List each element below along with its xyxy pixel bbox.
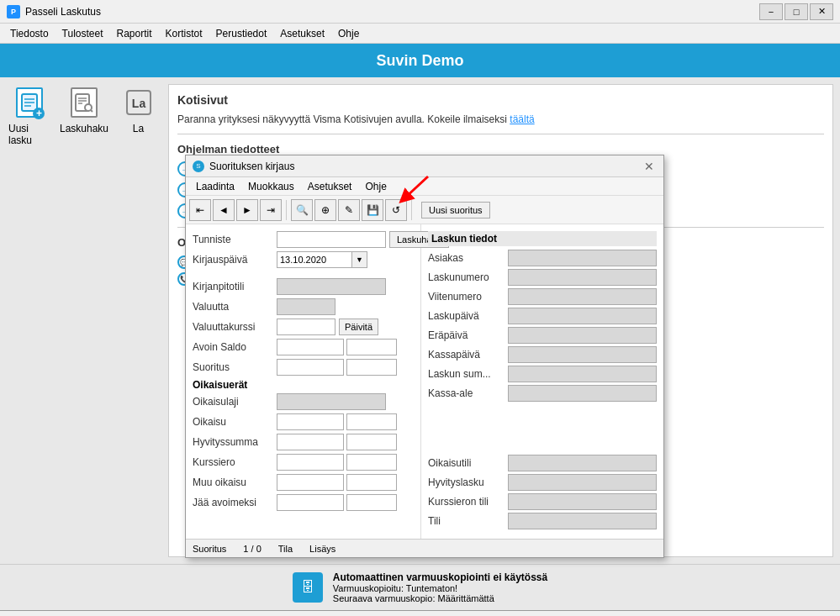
oikaisutili-row: Oikaisutili xyxy=(428,455,657,471)
search-invoice-button[interactable]: Laskuhaku xyxy=(60,86,108,146)
calendar-button[interactable]: ▼ xyxy=(352,251,367,268)
laskun-sum-label: Laskun sum... xyxy=(428,368,508,380)
menu-raportit[interactable]: Raportit xyxy=(110,24,159,44)
laskunumero-input[interactable] xyxy=(508,269,657,286)
dialog-menu-ohje[interactable]: Ohje xyxy=(358,180,393,193)
la-button[interactable]: La La xyxy=(117,86,160,146)
bottom-status-bar: Testimoodi: Kaikki | © 2020 Visma 32655 … xyxy=(0,610,840,616)
laskunumero-row: Laskunumero xyxy=(428,269,657,286)
muu-oikaisu-input-2[interactable] xyxy=(346,474,397,491)
kassapaiva-input[interactable] xyxy=(508,346,657,363)
toolbar-first-button[interactable]: ⇤ xyxy=(189,199,211,221)
toolbar-save-button[interactable]: 💾 xyxy=(362,199,383,221)
suoritus-form-label: Suoritus xyxy=(193,361,277,373)
ohjelman-tiedotteet-title: Ohjelman tiedotteet xyxy=(177,143,824,155)
valuuttakurssi-label: Valuuttakurssi xyxy=(193,321,277,333)
maximize-button[interactable]: □ xyxy=(785,3,808,20)
left-sidebar: + Uusi lasku Laskuhaku La La xyxy=(0,77,168,564)
new-invoice-button[interactable]: + Uusi lasku xyxy=(8,86,51,146)
oikaisutili-input[interactable] xyxy=(508,455,657,471)
hyvityssumma-input-2[interactable] xyxy=(346,434,397,450)
menu-asetukset[interactable]: Asetukset xyxy=(273,24,331,44)
avoin-saldo-label: Avoin Saldo xyxy=(193,341,277,353)
next-icon: ► xyxy=(242,204,252,216)
status-suoritus-value: 1 / 0 xyxy=(243,544,261,554)
asiakas-label: Asiakas xyxy=(428,252,508,264)
toolbar-edit-button[interactable]: ✎ xyxy=(338,199,360,221)
save-icon: 💾 xyxy=(367,204,379,216)
header-banner: Suvin Demo xyxy=(0,44,840,77)
erapaiva-input[interactable] xyxy=(508,327,657,344)
dialog-close-button[interactable]: ✕ xyxy=(642,159,657,174)
asiakas-input[interactable] xyxy=(508,250,657,266)
status-lisays-label: Lisäys xyxy=(309,544,335,554)
erapaiva-row: Eräpäivä xyxy=(428,327,657,344)
hyvityslasku-label: Hyvityslasku xyxy=(428,476,508,488)
suoritus-input-1[interactable] xyxy=(277,359,344,376)
laskun-sum-row: Laskun sum... xyxy=(428,366,657,382)
close-button[interactable]: ✕ xyxy=(810,3,833,20)
laskupaiva-label: Laskupäivä xyxy=(428,310,508,322)
menu-ohje[interactable]: Ohje xyxy=(331,24,366,44)
search-icon: 🔍 xyxy=(296,204,309,216)
valuutta-select[interactable] xyxy=(277,298,335,315)
oikaisu-input-2[interactable] xyxy=(346,413,397,430)
asiakas-row: Asiakas xyxy=(428,250,657,266)
footer-seuraava: Seuraava varmuuskopio: Määrittämättä xyxy=(333,593,547,603)
toolbar-next-button[interactable]: ► xyxy=(236,199,258,221)
title-bar: P Passeli Laskutus − □ ✕ xyxy=(0,0,840,24)
kotisivut-link[interactable]: täältä xyxy=(510,113,534,125)
kirjanpitotili-select[interactable] xyxy=(277,278,386,295)
oikaisulaji-label: Oikaisulaji xyxy=(193,396,277,408)
kassa-ale-input[interactable] xyxy=(508,385,657,402)
tunniste-input[interactable] xyxy=(277,231,386,248)
hyvityssumma-label: Hyvityssumma xyxy=(193,436,277,448)
toolbar-last-button[interactable]: ⇥ xyxy=(260,199,282,221)
suoritus-input-2[interactable] xyxy=(346,359,397,376)
search-invoice-label: Laskuhaku xyxy=(60,123,108,134)
valuutta-row: Valuutta xyxy=(193,298,414,315)
menu-tulosteet[interactable]: Tulosteet xyxy=(55,24,110,44)
kurssiero-input-2[interactable] xyxy=(346,454,397,471)
jaa-avoimeksi-input-2[interactable] xyxy=(346,494,397,511)
toolbar-prev-button[interactable]: ◄ xyxy=(213,199,235,221)
toolbar-search-button[interactable]: 🔍 xyxy=(291,199,313,221)
kurssieron-tili-input[interactable] xyxy=(508,493,657,510)
prev-icon: ◄ xyxy=(219,204,229,216)
oikaisu-input-1[interactable] xyxy=(277,413,344,430)
toolbar-divider-2 xyxy=(411,200,412,220)
menu-kortistot[interactable]: Kortistot xyxy=(159,24,209,44)
dialog-menu-asetukset[interactable]: Asetukset xyxy=(301,180,359,193)
avoin-saldo-input-2[interactable] xyxy=(346,339,397,355)
menu-tiedosto[interactable]: Tiedosto xyxy=(3,24,55,44)
laskun-sum-input[interactable] xyxy=(508,366,657,382)
kurssieron-tili-row: Kurssieron tili xyxy=(428,493,657,510)
hyvityssumma-input-1[interactable] xyxy=(277,434,344,450)
footer-varmuuskopioitu: Varmuuskopioitu: Tuntematon! xyxy=(333,583,547,593)
status-tila-label: Tila xyxy=(278,544,293,554)
jaa-avoimeksi-input-1[interactable] xyxy=(277,494,344,511)
muu-oikaisu-row: Muu oikaisu xyxy=(193,474,414,491)
avoin-saldo-input-1[interactable] xyxy=(277,339,344,355)
valuuttakurssi-input[interactable] xyxy=(277,319,335,335)
hyvityslasku-input[interactable] xyxy=(508,474,657,491)
kirjauspaiva-input[interactable] xyxy=(277,251,352,268)
viitenumero-input[interactable] xyxy=(508,288,657,305)
laskupaiva-input[interactable] xyxy=(508,308,657,324)
menu-perustiedot[interactable]: Perustiedot xyxy=(209,24,274,44)
minimize-button[interactable]: − xyxy=(759,3,783,20)
toolbar-refresh-button[interactable]: ↺ xyxy=(385,199,407,221)
dialog-menu-laadinta[interactable]: Laadinta xyxy=(189,180,241,193)
tili-input[interactable] xyxy=(508,513,657,529)
dialog-menu-muokkaus[interactable]: Muokkaus xyxy=(241,180,301,193)
valuutta-label: Valuutta xyxy=(193,301,277,313)
jaa-avoimeksi-row: Jää avoimeksi xyxy=(193,494,414,511)
hyvityssumma-row: Hyvityssumma xyxy=(193,434,414,450)
new-suoritus-button[interactable]: Uusi suoritus xyxy=(421,202,490,218)
kurssiero-input-1[interactable] xyxy=(277,454,344,471)
oikaisulaji-select[interactable] xyxy=(277,393,386,410)
paivita-button[interactable]: Päivitä xyxy=(339,319,378,335)
muu-oikaisu-input-1[interactable] xyxy=(277,474,344,491)
tili-label: Tili xyxy=(428,515,508,527)
toolbar-add-button[interactable]: ⊕ xyxy=(314,199,336,221)
